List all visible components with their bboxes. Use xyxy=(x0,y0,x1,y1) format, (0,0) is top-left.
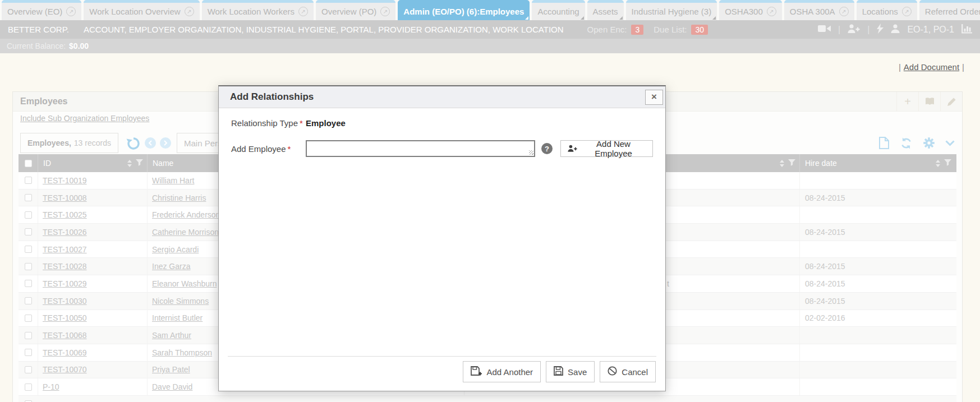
filter-icon[interactable] xyxy=(788,159,795,168)
row-checkbox[interactable] xyxy=(25,349,32,356)
tab-referred-orders[interactable]: Referred Orders↗ xyxy=(919,0,980,20)
row-checkbox[interactable] xyxy=(25,228,32,235)
row-checkbox[interactable] xyxy=(25,383,32,391)
required-marker: * xyxy=(288,144,291,154)
row-checkbox[interactable] xyxy=(25,246,32,253)
cancel-button[interactable]: Cancel xyxy=(600,361,656,382)
close-icon[interactable]: × xyxy=(645,90,663,105)
employee-id-link[interactable]: TEST-10050 xyxy=(43,313,87,322)
bar-chart-icon[interactable] xyxy=(961,24,972,35)
person-icon[interactable] xyxy=(891,24,900,35)
row-checkbox[interactable] xyxy=(25,332,32,339)
lightning-bolt-icon[interactable] xyxy=(877,24,884,35)
user-context-label: EO-1, PO-1 xyxy=(907,25,954,35)
tab-label: Locations xyxy=(862,7,898,16)
employee-name-link[interactable]: Priya Patel xyxy=(152,365,190,374)
employee-id-link[interactable]: TEST-10025 xyxy=(43,210,87,219)
employee-name-link[interactable]: Christine Harris xyxy=(152,193,206,202)
person-add-icon[interactable] xyxy=(848,24,860,35)
select-all-checkbox[interactable] xyxy=(25,160,32,167)
tab-overview-po[interactable]: Overview (PO)↗ xyxy=(316,0,395,20)
employee-name-link[interactable]: Nicole Simmons xyxy=(152,297,209,306)
add-employee-label: Add Employee* xyxy=(231,144,306,154)
employee-id-link[interactable]: TEST-10029 xyxy=(43,279,87,288)
chevron-down-icon[interactable] xyxy=(945,140,955,146)
row-checkbox[interactable] xyxy=(25,297,32,304)
employee-id-link[interactable]: TEST-10019 xyxy=(43,176,87,185)
column-header-hire-date[interactable]: Hire date xyxy=(799,154,955,172)
row-checkbox[interactable] xyxy=(25,366,32,373)
tab-accounting[interactable]: Accounting xyxy=(532,0,585,20)
filter-icon[interactable] xyxy=(944,159,951,168)
employee-name-link[interactable]: Internist Butler xyxy=(152,313,203,322)
row-checkbox[interactable] xyxy=(25,280,32,287)
employee-id-link[interactable]: TEST-10028 xyxy=(43,262,87,271)
row-checkbox[interactable] xyxy=(25,263,32,270)
tab-locations[interactable]: Locations↗ xyxy=(857,0,917,20)
row-checkbox[interactable] xyxy=(25,177,32,184)
tab-admin-eo-po-6-employees[interactable]: Admin (EO/PO) (6):Employees xyxy=(398,0,530,20)
resize-grip-icon[interactable] xyxy=(529,150,533,155)
add-employee-input[interactable] xyxy=(306,140,535,157)
next-page-icon[interactable] xyxy=(160,137,171,149)
employee-name-link[interactable]: Frederick Anderson xyxy=(152,210,220,219)
book-icon[interactable] xyxy=(918,92,940,111)
tab-label: Industrial Hygiene (3) xyxy=(632,7,712,16)
sync-refresh-icon[interactable] xyxy=(900,137,913,149)
row-checkbox[interactable] xyxy=(25,194,32,201)
employee-id-link[interactable]: TEST-10069 xyxy=(43,348,87,357)
tab-label: OSHA 300A xyxy=(790,7,835,16)
tab-osha300[interactable]: OSHA300↗ xyxy=(719,0,782,20)
employee-id-link[interactable]: TEST-10030 xyxy=(43,297,87,306)
filter-icon[interactable] xyxy=(136,159,143,168)
due-list-badge[interactable]: 30 xyxy=(691,25,708,35)
tab-label: OSHA300 xyxy=(725,7,763,16)
gear-icon[interactable] xyxy=(923,137,935,149)
employee-name-link[interactable]: Sarah Thompson xyxy=(152,348,212,357)
tab-industrial-hygiene-3[interactable]: Industrial Hygiene (3) xyxy=(626,0,717,20)
include-sub-org-link[interactable]: Include Sub Organization Employees xyxy=(20,114,149,123)
open-enc-badge[interactable]: 3 xyxy=(631,25,643,35)
row-checkbox[interactable] xyxy=(25,315,32,322)
row-checkbox[interactable] xyxy=(25,211,32,219)
tab-assets[interactable]: Assets xyxy=(587,0,624,20)
employee-id-link[interactable]: TEST-10070 xyxy=(43,365,87,374)
add-another-button[interactable]: Add Another xyxy=(463,361,541,382)
employee-id-link[interactable]: TEST-10008 xyxy=(43,193,87,202)
employee-name-link[interactable]: Sam Arthur xyxy=(152,331,191,340)
sort-icon[interactable] xyxy=(780,160,784,167)
employee-id-link[interactable]: P-10 xyxy=(43,382,59,391)
help-icon[interactable]: ? xyxy=(541,143,553,154)
employee-name-link[interactable]: Dave David xyxy=(152,382,192,391)
column-header-id[interactable]: ID xyxy=(38,154,147,172)
employee-name-link[interactable]: Sergio Acardi xyxy=(152,245,199,254)
separator: | xyxy=(838,25,840,35)
tab-overview-eo[interactable]: Overview (EO)↗ xyxy=(2,0,81,20)
tab-work-location-overview[interactable]: Work Location Overview↗ xyxy=(84,0,199,20)
video-camera-icon[interactable] xyxy=(818,25,831,34)
employee-name-link[interactable]: William Hart xyxy=(152,176,194,185)
menu-corner-icon xyxy=(619,16,623,20)
employee-name-link[interactable]: Inez Garza xyxy=(152,262,190,271)
add-employee-row: Add Employee* ? Add New Employee xyxy=(231,140,653,157)
add-icon[interactable]: + xyxy=(896,92,918,111)
edit-pencil-icon[interactable] xyxy=(940,92,962,111)
employee-id-link[interactable]: TEST-10068 xyxy=(43,331,87,340)
sort-icon[interactable] xyxy=(936,160,940,167)
screen: Overview (EO)↗Work Location Overview↗Wor… xyxy=(0,0,980,402)
modal-footer: Add Another Save Cancel xyxy=(219,356,665,391)
employee-id-link[interactable]: TEST-10026 xyxy=(43,228,87,237)
employee-id-link[interactable]: TEST-10027 xyxy=(43,245,87,254)
tab-work-location-workers[interactable]: Work Location Workers↗ xyxy=(202,0,314,20)
employee-name-link[interactable]: Eleanor Washburn xyxy=(152,279,217,288)
add-document-link[interactable]: Add Document xyxy=(904,62,959,72)
tab-osha-300a[interactable]: OSHA 300A↗ xyxy=(784,0,854,20)
employee-name-link[interactable]: Catherine Morrison xyxy=(152,228,219,237)
prev-page-icon[interactable] xyxy=(145,137,156,149)
new-file-icon[interactable] xyxy=(879,137,889,149)
undo-refresh-icon[interactable] xyxy=(126,136,141,150)
context-bar: BETTER CORP. ACCOUNT, EMPLOYER ORGANIZAT… xyxy=(0,20,980,39)
save-button[interactable]: Save xyxy=(546,361,595,382)
add-new-employee-button[interactable]: Add New Employee xyxy=(560,140,653,157)
sort-icon[interactable] xyxy=(127,160,132,167)
